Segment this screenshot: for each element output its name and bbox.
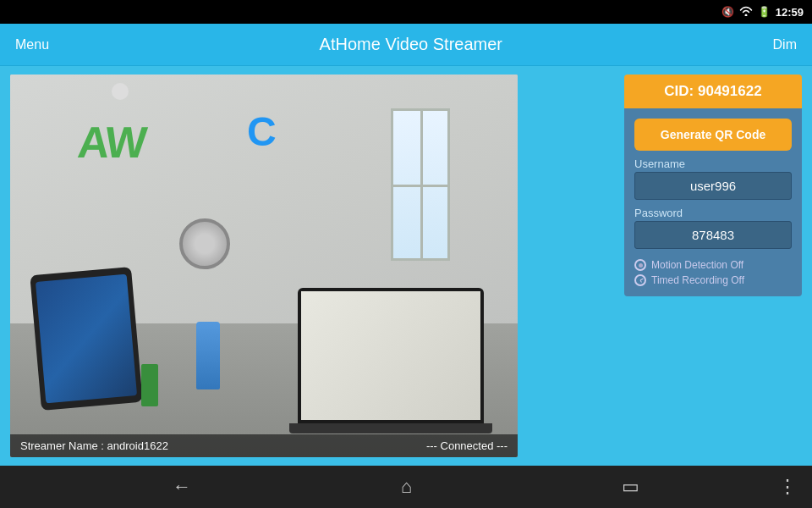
cid-label: CID: 90491622 bbox=[664, 83, 761, 99]
sign-green: AW bbox=[75, 117, 147, 168]
username-field: Username user996 bbox=[634, 157, 792, 200]
top-bar: Menu AtHome Video Streamer Dim bbox=[0, 24, 812, 66]
video-container: AW C Streamer Name : android1622 bbox=[10, 75, 616, 474]
video-feed: AW C Streamer Name : android1622 bbox=[10, 75, 518, 457]
username-value: user996 bbox=[634, 172, 792, 200]
scene-laptop bbox=[289, 288, 492, 457]
timed-recording-row[interactable]: Timed Recording Off bbox=[634, 274, 792, 286]
scene-plant bbox=[141, 364, 158, 406]
timed-recording-label: Timed Recording Off bbox=[651, 274, 744, 286]
generate-qr-label: Generate QR Code bbox=[661, 128, 765, 141]
scene-bottle bbox=[196, 322, 220, 389]
panel-body: Generate QR Code Username user996 Passwo… bbox=[624, 108, 802, 296]
right-panel: CID: 90491622 Generate QR Code Username … bbox=[624, 75, 802, 474]
menu-button[interactable]: Menu bbox=[15, 37, 49, 52]
sign-blue: C bbox=[247, 108, 277, 155]
timed-recording-icon bbox=[634, 274, 646, 286]
scene-fan bbox=[179, 218, 230, 269]
motion-detection-row[interactable]: Motion Detection Off bbox=[634, 259, 792, 271]
overflow-button[interactable]: ⋮ bbox=[778, 476, 797, 498]
scene-tablet bbox=[30, 267, 142, 411]
nav-bar: ← ⌂ ▭ ⋮ bbox=[0, 466, 812, 508]
motion-detection-icon bbox=[634, 259, 646, 271]
laptop-screen-inner bbox=[301, 291, 480, 420]
tablet-screen bbox=[36, 274, 137, 404]
mute-icon: 🔇 bbox=[721, 6, 734, 18]
password-label: Password bbox=[634, 207, 792, 219]
main-content: AW C Streamer Name : android1622 bbox=[0, 66, 812, 483]
status-time: 12:59 bbox=[776, 6, 804, 19]
password-field: Password 878483 bbox=[634, 207, 792, 249]
generate-qr-button[interactable]: Generate QR Code bbox=[634, 119, 792, 151]
dim-button[interactable]: Dim bbox=[773, 37, 797, 52]
password-value: 878483 bbox=[634, 221, 792, 249]
laptop-screen bbox=[298, 288, 484, 423]
scene-light bbox=[112, 83, 129, 100]
back-button[interactable]: ← bbox=[164, 472, 200, 501]
cid-bar: CID: 90491622 bbox=[624, 75, 802, 108]
status-items: Motion Detection Off Timed Recording Off bbox=[634, 259, 792, 286]
battery-icon: 🔋 bbox=[758, 6, 771, 18]
scene: AW C bbox=[10, 75, 518, 457]
motion-detection-label: Motion Detection Off bbox=[651, 259, 743, 271]
wifi-icon bbox=[739, 6, 753, 19]
window-bar-v bbox=[420, 111, 423, 258]
status-bar: 🔇 🔋 12:59 bbox=[0, 0, 812, 24]
username-label: Username bbox=[634, 157, 792, 170]
streamer-name: Streamer Name : android1622 bbox=[20, 439, 168, 452]
app-title: AtHome Video Streamer bbox=[320, 35, 502, 54]
scene-window bbox=[391, 108, 450, 261]
connection-status: --- Connected --- bbox=[426, 439, 508, 452]
laptop-base bbox=[289, 423, 492, 433]
recents-button[interactable]: ▭ bbox=[613, 472, 648, 501]
video-bottom-bar: Streamer Name : android1622 --- Connecte… bbox=[10, 434, 518, 457]
home-button[interactable]: ⌂ bbox=[392, 472, 420, 501]
